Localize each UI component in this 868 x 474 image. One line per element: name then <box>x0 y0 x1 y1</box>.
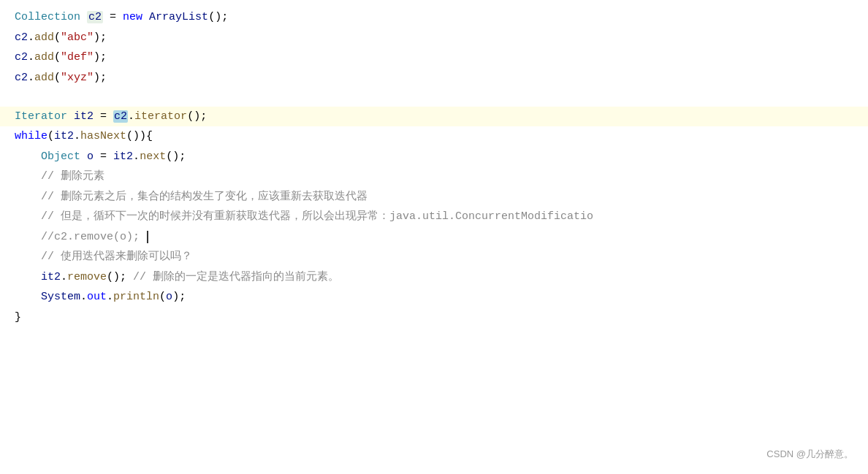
code-line-13: it2.remove(); // 删除的一定是迭代器指向的当前元素。 <box>15 267 853 288</box>
code-line-9: // 删除元素之后，集合的结构发生了变化，应该重新去获取迭代器 <box>15 187 853 207</box>
empty-line <box>15 88 853 107</box>
code-line-8: // 删除元素 <box>15 167 853 187</box>
code-line-3: c2.add("def"); <box>15 47 853 68</box>
code-line-5-highlighted: Iterator it2 = c2.iterator(); <box>0 107 868 127</box>
code-line-15: } <box>15 307 853 328</box>
code-line-1: Collection c2 = new ArrayList(); <box>15 7 853 28</box>
code-line-14: System.out.println(o); <box>15 287 853 307</box>
watermark: CSDN @几分醉意。 <box>766 448 853 461</box>
code-line-12: // 使用迭代器来删除可以吗？ <box>15 247 853 267</box>
code-line-6: while(it2.hasNext()){ <box>15 126 853 147</box>
code-line-7: Object o = it2.next(); <box>15 147 853 167</box>
code-container: Collection c2 = new ArrayList(); c2.add(… <box>0 0 868 474</box>
code-line-10: // 但是，循环下一次的时候并没有重新获取迭代器，所以会出现异常：java.ut… <box>15 207 853 227</box>
code-line-2: c2.add("abc"); <box>15 28 853 48</box>
code-line-4: c2.add("xyz"); <box>15 68 853 88</box>
code-line-11: //c2.remove(o); <box>15 227 853 248</box>
code-block: Collection c2 = new ArrayList(); c2.add(… <box>0 7 868 327</box>
